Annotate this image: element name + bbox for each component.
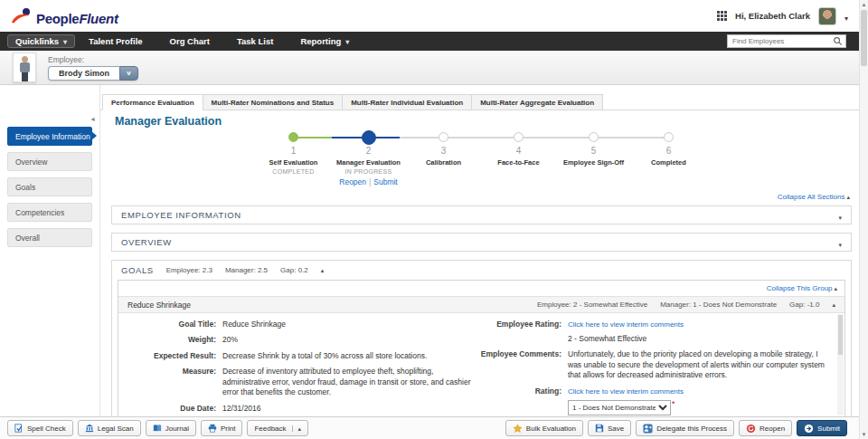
feedback-button[interactable]: Feedback — [247, 420, 308, 436]
scroll-down-icon[interactable]: ▼ — [860, 430, 868, 439]
step-dot-pending — [439, 132, 448, 142]
section-overview[interactable]: OVERVIEW — [111, 233, 852, 252]
step-dot-pending — [514, 132, 524, 142]
top-header: PeopleFluent Hi, Elizabeth Clark — [0, 0, 868, 32]
employee-label: Employee: — [48, 55, 138, 64]
step-dot-current — [362, 130, 376, 145]
logo-swoosh-icon — [11, 6, 34, 26]
reopen-icon — [746, 424, 756, 434]
nav-item-reporting[interactable]: Reporting — [287, 36, 363, 46]
nav-item-org-chart[interactable]: Org Chart — [156, 36, 223, 46]
collapse-this-group-link[interactable]: Collapse This Group — [767, 284, 837, 292]
employee-selector[interactable]: Brody Simon — [48, 66, 138, 81]
sidebar-item-goals[interactable]: Goals — [7, 177, 92, 196]
user-greeting: Hi, Elizabeth Clark — [735, 11, 810, 21]
submit-step-link[interactable]: Submit — [373, 177, 397, 186]
goal-title: Reduce Shrinkage — [127, 301, 191, 310]
spellcheck-icon — [14, 424, 24, 433]
save-icon — [595, 424, 604, 433]
sidebar-item-overall[interactable]: Overall — [7, 228, 92, 247]
goal-details: Goal Title:Reduce Shrinkage Weight:20% E… — [118, 313, 844, 417]
bulk-evaluation-button[interactable]: Bulk Evaluation — [505, 420, 583, 436]
find-employees-input[interactable] — [732, 37, 833, 45]
goal-details-scrollbar[interactable] — [837, 314, 844, 415]
bank-icon — [85, 424, 94, 433]
employee-name: Brody Simon — [48, 66, 119, 81]
reopen-button[interactable]: Reopen — [739, 420, 792, 436]
step-manager-evaluation: 2 Manager Evaluation IN PROGRESS Reopen|… — [331, 130, 406, 186]
employee-rating-field: Employee Rating: Click here to view inte… — [471, 320, 832, 344]
nav-item-task-list[interactable]: Task List — [223, 36, 287, 46]
page-scrollbar[interactable]: ▲ ▼ — [859, 0, 868, 439]
goals-section-header[interactable]: GOALS Employee: 2.3 Manager: 2.5 Gap: 0.… — [112, 261, 851, 280]
employee-context-bar: Employee: Brody Simon — [0, 51, 868, 85]
printer-icon — [208, 424, 217, 433]
link-divider: | — [369, 177, 371, 186]
sidebar-item-employee-information[interactable]: Employee Information — [7, 127, 92, 146]
tab-multirater-nominations[interactable]: Multi-Rater Nominations and Status — [203, 94, 343, 110]
employee-photo — [13, 52, 36, 82]
goals-employee-score: Employee: 2.3 — [166, 266, 212, 274]
expected-result-field: Expected Result:Decrease Shrink by a tot… — [122, 351, 471, 361]
tab-multirater-aggregate[interactable]: Multi-Rater Aggregate Evaluation — [471, 94, 603, 110]
expand-caret-icon — [838, 207, 842, 224]
scroll-up-icon[interactable]: ▲ — [860, 0, 868, 9]
employee-dropdown-caret-icon[interactable] — [119, 66, 138, 81]
sidebar-collapse-icon[interactable]: ◄ — [90, 116, 96, 122]
employee-rating-interim-comments-link[interactable]: Click here to view interim comments — [568, 320, 684, 330]
section-employee-information[interactable]: EMPLOYEE INFORMATION — [111, 205, 852, 224]
save-button[interactable]: Save — [588, 420, 631, 436]
legal-scan-button[interactable]: Legal Scan — [78, 420, 141, 436]
manager-rating-field: Rating: Click here to view interim comme… — [471, 387, 832, 417]
peoplefluent-app: PeopleFluent Hi, Elizabeth Clark Quickli… — [0, 0, 868, 439]
tab-multirater-individual[interactable]: Multi-Rater Individual Evaluation — [342, 94, 471, 110]
sidebar-item-overview[interactable]: Overview — [7, 152, 92, 171]
section-sidebar: Employee Information Overview Goals Comp… — [0, 85, 99, 416]
app-launcher-icon[interactable] — [717, 11, 727, 21]
measure-field: Measure:Decrease of inventory attributed… — [122, 367, 471, 397]
step-face-to-face: 4 Face-to-Face — [481, 130, 556, 186]
nav-quicklinks-button[interactable]: Quicklinks — [7, 34, 75, 48]
step-dot-pending — [589, 132, 599, 142]
delegate-process-button[interactable]: Delegate this Process — [636, 420, 734, 436]
rating-interim-comments-link[interactable]: Click here to view interim comments — [568, 387, 684, 397]
employee-search-box — [727, 34, 846, 48]
user-menu-caret-icon[interactable] — [844, 8, 848, 24]
employee-comments-text: Unfortunately, due to the priority place… — [561, 349, 832, 380]
scrollbar-thumb[interactable] — [861, 10, 867, 66]
print-button[interactable]: Print — [201, 420, 242, 436]
goals-manager-score: Manager: 2.5 — [225, 266, 268, 274]
expand-caret-icon — [838, 234, 842, 251]
collapse-all-sections-link[interactable]: Collapse All Sections — [778, 193, 850, 201]
step-completed: 6 Completed — [631, 130, 706, 186]
goals-gap-score: Gap: 0.2 — [280, 266, 308, 274]
nav-item-talent-profile[interactable]: Talent Profile — [75, 36, 156, 46]
reopen-step-link[interactable]: Reopen — [339, 177, 366, 186]
due-date-field: Due Date:12/31/2016 — [122, 404, 471, 414]
goal-title-field: Goal Title:Reduce Shrinkage — [122, 320, 471, 329]
step-calibration: 3 Calibration — [406, 130, 481, 186]
employee-comments-field: Employee Comments: Unfortunately, due to… — [471, 349, 832, 380]
rating-select[interactable]: 1 - Does Not Demonstrate — [568, 400, 671, 415]
spell-check-button[interactable]: Spell Check — [7, 420, 73, 436]
main-content: Performance Evaluation Multi-Rater Nomin… — [99, 85, 859, 416]
collapse-caret-icon — [321, 266, 325, 274]
main-nav: Quicklinks Talent Profile Org Chart Task… — [0, 32, 868, 51]
collapse-caret-icon — [832, 301, 835, 309]
search-icon[interactable] — [833, 36, 843, 46]
journal-button[interactable]: Journal — [146, 420, 196, 436]
sidebar-item-competencies[interactable]: Competencies — [7, 203, 92, 222]
workflow-stepper: 1 Self Evaluation COMPLETED 2 Manager Ev… — [256, 130, 706, 188]
goal-header-row[interactable]: Reduce Shrinkage Employee: 2 - Somewhat … — [118, 296, 844, 313]
section-goals: GOALS Employee: 2.3 Manager: 2.5 Gap: 0.… — [111, 260, 852, 417]
book-icon — [153, 424, 162, 433]
tab-performance-evaluation[interactable]: Performance Evaluation — [102, 94, 203, 110]
evaluation-sections: EMPLOYEE INFORMATION OVERVIEW GOALS Empl… — [111, 205, 852, 416]
quicklinks-caret-icon — [63, 36, 67, 46]
goal-group-reduce-shrinkage: Collapse This Group Reduce Shrinkage Emp… — [118, 280, 845, 417]
peoplefluent-logo: PeopleFluent — [11, 6, 118, 26]
user-avatar[interactable] — [818, 7, 836, 25]
submit-button[interactable]: Submit — [797, 420, 847, 436]
feedback-menu-caret-icon[interactable] — [290, 425, 302, 433]
bottom-toolbar: Spell Check Legal Scan Journal Print Fee… — [0, 416, 859, 439]
